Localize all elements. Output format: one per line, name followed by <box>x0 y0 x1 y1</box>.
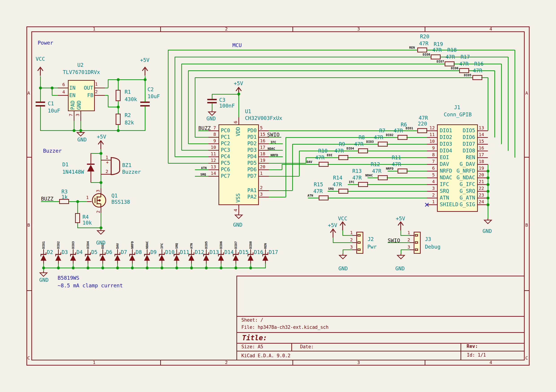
d1-diode-symbol[interactable] <box>87 165 94 171</box>
resistor-symbol[interactable] <box>378 142 388 146</box>
net-label: IFC <box>349 180 354 184</box>
wire-segment <box>333 242 352 243</box>
wire-segment <box>388 171 398 171</box>
resistor-symbol[interactable] <box>472 75 482 80</box>
junction-dot <box>131 267 134 269</box>
pin-number: 2 <box>350 238 353 242</box>
pin-number: 20 <box>479 173 484 177</box>
value-label: 47R <box>315 155 324 160</box>
resistor-symbol[interactable] <box>116 114 121 125</box>
pin-number: 15 <box>479 139 484 143</box>
resistor-symbol[interactable] <box>319 195 329 200</box>
schottky-diode-symbol[interactable] <box>144 255 150 261</box>
schottky-diode-symbol[interactable] <box>248 255 254 261</box>
schottky-hook-icon <box>164 252 165 254</box>
net-label: DIO7 <box>437 60 444 63</box>
resistor-symbol[interactable] <box>459 68 469 73</box>
wire-segment <box>77 201 78 213</box>
junction-dot <box>79 129 82 132</box>
pin-name: DIO6 <box>446 135 475 140</box>
net-label: DIO7 <box>234 241 237 249</box>
capacitor-symbol[interactable] <box>140 105 150 107</box>
power-label: GND <box>96 240 106 246</box>
pin-number: 4 <box>62 90 65 94</box>
resistor-symbol[interactable] <box>378 175 388 180</box>
wire-segment <box>208 163 218 164</box>
schottky-diode-symbol[interactable] <box>129 255 135 261</box>
wire-segment <box>269 190 293 191</box>
ref-label: R17 <box>461 54 470 60</box>
schottky-diode-symbol[interactable] <box>70 255 76 261</box>
resistor-symbol[interactable] <box>445 61 455 66</box>
capacitor-symbol[interactable] <box>36 105 45 107</box>
schottky-diode-symbol[interactable] <box>263 255 268 261</box>
power-arrow-icon <box>397 221 405 231</box>
ground-icon <box>39 271 48 277</box>
junction-dot <box>101 267 104 269</box>
wire-segment <box>410 249 414 250</box>
net-label: NRFD <box>131 241 134 249</box>
net-label: ATN <box>308 194 313 197</box>
wire-segment <box>308 198 319 198</box>
resistor-symbol[interactable] <box>431 54 440 59</box>
resistor-symbol[interactable] <box>358 182 368 187</box>
schottky-diode-symbol[interactable] <box>188 255 194 261</box>
pin-number: 3 <box>96 190 100 192</box>
schottky-diode-symbol[interactable] <box>85 255 91 261</box>
net-label: NRFD <box>386 167 394 170</box>
pin-number: 23 <box>479 193 484 197</box>
resistor-symbol[interactable] <box>116 90 121 101</box>
resistor-symbol[interactable] <box>398 135 407 140</box>
schottky-diode-symbol[interactable] <box>174 255 179 261</box>
resistor-symbol[interactable] <box>338 155 348 160</box>
junction-dot <box>72 267 75 269</box>
wire-segment <box>407 137 427 138</box>
net-label: DIO6 <box>219 241 223 249</box>
resistor-symbol[interactable] <box>398 169 407 173</box>
value-label: 47R <box>352 175 362 180</box>
resistor-symbol[interactable] <box>358 148 368 153</box>
wire-segment <box>191 249 192 254</box>
power-label: +5V <box>97 134 106 139</box>
pin-name: PD7 <box>227 173 257 179</box>
pin-name: G_SRQ <box>446 188 475 194</box>
net-label: DIO3 <box>71 241 75 249</box>
capacitor-symbol[interactable] <box>207 99 217 100</box>
wire-segment <box>328 198 427 198</box>
capacitor-symbol[interactable] <box>140 101 150 103</box>
schottky-diode-symbol[interactable] <box>55 255 61 261</box>
comment-text: Buzzer <box>43 148 62 154</box>
schottky-hook-icon <box>208 252 209 254</box>
ref-label: R14 <box>333 175 342 180</box>
power-arrow-icon <box>339 221 347 231</box>
schottky-diode-symbol[interactable] <box>100 255 106 261</box>
schottky-diode-symbol[interactable] <box>233 255 239 261</box>
resistor-symbol[interactable] <box>338 189 348 194</box>
connector-socket-icon <box>357 241 361 244</box>
wire-segment <box>105 88 108 88</box>
schottky-diode-symbol[interactable] <box>203 255 209 261</box>
wire-segment <box>494 71 495 137</box>
schottky-diode-symbol[interactable] <box>218 255 224 261</box>
connector-socket-icon <box>415 234 418 237</box>
resistor-symbol[interactable] <box>319 162 329 167</box>
schottky-hook-icon <box>238 252 239 254</box>
schottky-diode-symbol[interactable] <box>41 255 46 261</box>
schottky-diode-symbol[interactable] <box>115 255 120 261</box>
power-label: +5V <box>328 223 337 228</box>
capacitor-symbol[interactable] <box>207 102 217 103</box>
capacitor-symbol[interactable] <box>36 101 45 103</box>
schottky-diode-symbol[interactable] <box>159 255 165 261</box>
sheet-border-line <box>461 343 461 360</box>
resistor-symbol[interactable] <box>417 47 427 53</box>
text-label: A <box>27 91 30 95</box>
resistor-symbol[interactable] <box>75 213 80 223</box>
sheet-border-line <box>236 343 525 344</box>
value-label: 10uF <box>48 108 60 113</box>
connector-socket-icon <box>357 234 361 237</box>
bz1-buzzer-symbol[interactable] <box>111 157 120 175</box>
wire-segment <box>40 107 41 131</box>
titleblock-title: Title: <box>242 334 267 341</box>
pin-number: 17 <box>479 152 484 157</box>
wire-segment <box>58 249 59 254</box>
